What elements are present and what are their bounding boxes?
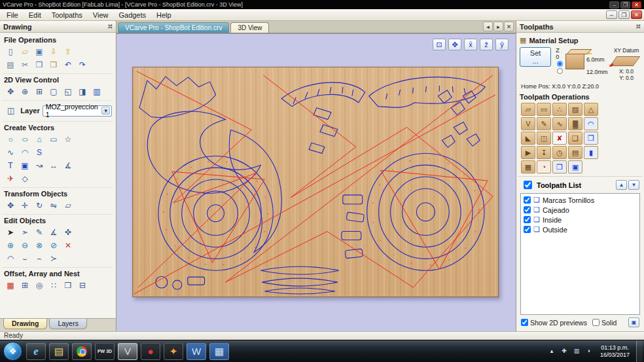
- zoom-selected-icon[interactable]: ◱: [62, 86, 75, 98]
- join-vectors-icon[interactable]: ⌢: [33, 253, 46, 264]
- save-toolpath-icon[interactable]: ↧: [537, 146, 551, 159]
- inlay-toolpath-icon[interactable]: ◫: [537, 132, 551, 145]
- snap-icon[interactable]: ✜: [62, 226, 75, 238]
- delete-vectors-icon[interactable]: ✕: [62, 240, 75, 251]
- draw-polyline-icon[interactable]: ∿: [4, 147, 17, 158]
- toolpath-list[interactable]: ❏Marcas Tornillos❏Cajeado❏Inside❏Outside: [520, 193, 640, 315]
- array-copy-icon[interactable]: ⊞: [18, 280, 31, 291]
- material-setup-icon[interactable]: ▦: [521, 160, 535, 173]
- tab-document[interactable]: VCarve Pro - ShopBot Edition.crv: [118, 22, 229, 33]
- copy-icon[interactable]: ❐: [33, 59, 46, 71]
- solid-option[interactable]: Solid: [592, 319, 617, 327]
- moulding-toolpath-icon[interactable]: ◣: [521, 132, 535, 145]
- previous-view-icon[interactable]: ◨: [76, 86, 89, 98]
- pin-icon[interactable]: ✜: [105, 22, 115, 31]
- move-toolpath-up-button[interactable]: ▲: [616, 180, 627, 190]
- tab-drawing[interactable]: Drawing: [3, 319, 47, 329]
- tab-3d-view[interactable]: 3D View: [230, 22, 269, 33]
- menu-file[interactable]: File: [1, 10, 24, 20]
- angle-dimension-icon[interactable]: ∡: [62, 160, 75, 172]
- tab-scroll-left-icon[interactable]: ◂: [483, 22, 493, 31]
- tab-close-icon[interactable]: ✕: [504, 22, 514, 31]
- open-file-icon[interactable]: ▱: [18, 46, 31, 58]
- vector-boolean-icon[interactable]: ◇: [18, 173, 31, 185]
- engrave-toolpath-icon[interactable]: ✎: [537, 117, 551, 130]
- internet-explorer-icon[interactable]: e: [26, 343, 46, 360]
- distort-icon[interactable]: ▱: [62, 200, 75, 211]
- drilling-toolpath-icon[interactable]: ∴: [552, 103, 567, 116]
- text-box-icon[interactable]: ▣: [18, 160, 31, 172]
- toggle-2d3d-icon[interactable]: ▥: [90, 86, 103, 98]
- copy-toolpath-icon[interactable]: ❐: [552, 160, 567, 173]
- shopbot-app-icon[interactable]: ●: [141, 343, 160, 360]
- show-2d-previews-checkbox[interactable]: [521, 319, 528, 326]
- toolpath-item[interactable]: ❏Inside: [522, 215, 638, 225]
- menu-toolpaths[interactable]: Toolpaths: [46, 10, 88, 20]
- trim-vectors-icon[interactable]: ⊘: [47, 240, 60, 251]
- tab-layers[interactable]: Layers: [49, 319, 87, 329]
- view-z-axis-icon[interactable]: ẑ: [480, 39, 493, 50]
- pan-view-icon[interactable]: ✥: [448, 39, 461, 50]
- zoom-extents-icon[interactable]: ▢: [47, 86, 60, 98]
- machining-time-icon[interactable]: ◔: [537, 160, 551, 173]
- tab-scroll-right-icon[interactable]: ▸: [493, 22, 503, 31]
- show-2d-previews-option[interactable]: Show 2D previews: [521, 319, 587, 327]
- app-icon-blue[interactable]: ▦: [209, 343, 229, 360]
- mdi-restore-button[interactable]: ❐: [618, 10, 630, 19]
- profile-toolpath-icon[interactable]: ▱: [521, 103, 535, 116]
- word-app-icon[interactable]: W: [187, 343, 206, 360]
- toolpath-item[interactable]: ❏Outside: [522, 225, 638, 234]
- pocket-toolpath-icon[interactable]: ▭: [537, 103, 551, 116]
- delete-toolpath-icon[interactable]: ✘: [552, 132, 567, 145]
- mdi-close-button[interactable]: ✕: [631, 10, 642, 19]
- volume-icon[interactable]: ◗: [584, 346, 594, 357]
- toolpath-item[interactable]: ❏Marcas Tornillos: [522, 195, 638, 205]
- set-position-icon[interactable]: ✛: [18, 200, 31, 211]
- toolpath-drawing-icon[interactable]: ▣: [568, 160, 582, 173]
- menu-help[interactable]: Help: [151, 10, 177, 20]
- z-zero-top-radio[interactable]: [557, 61, 563, 67]
- new-file-icon[interactable]: ▯: [4, 46, 17, 58]
- window-maximize-button[interactable]: ❐: [620, 1, 630, 9]
- redo-icon[interactable]: ↷: [76, 59, 89, 71]
- toolpath-list-checkbox[interactable]: [524, 181, 532, 189]
- draw-text-icon[interactable]: T: [4, 160, 17, 172]
- fluting-toolpath-icon[interactable]: ∿: [552, 117, 567, 130]
- move-toolpath-down-button[interactable]: ▼: [628, 180, 639, 190]
- prism-carve-icon[interactable]: ◠: [584, 117, 598, 130]
- chrome-icon[interactable]: [72, 343, 92, 360]
- pw3d-app-icon[interactable]: PW 3D: [95, 343, 115, 360]
- z-zero-bottom-radio[interactable]: [557, 68, 563, 74]
- copy-along-vector-icon[interactable]: ∷: [47, 280, 60, 291]
- pin-icon[interactable]: ✜: [634, 22, 643, 31]
- toolpath-tiling-icon[interactable]: ▮: [584, 146, 598, 159]
- draw-rectangle-icon[interactable]: ▭: [47, 134, 60, 145]
- rotate-icon[interactable]: ↻: [33, 200, 46, 211]
- mdi-minimize-button[interactable]: –: [606, 10, 617, 19]
- undo-icon[interactable]: ↶: [62, 59, 75, 71]
- solid-checkbox[interactable]: [592, 319, 599, 326]
- draw-polygon-icon[interactable]: ⌂: [33, 134, 46, 145]
- zoom-icon[interactable]: ⊕: [18, 86, 31, 98]
- window-close-button[interactable]: ✕: [632, 1, 641, 9]
- hidden-icons-icon[interactable]: ▴: [546, 346, 557, 357]
- fit-to-view-icon[interactable]: ⊡: [433, 39, 446, 50]
- import-vectors-icon[interactable]: ⇩: [47, 46, 60, 58]
- text-on-curve-icon[interactable]: ↝: [33, 160, 46, 172]
- insert-clipart-icon[interactable]: ✈: [4, 173, 17, 185]
- vcarve-toolpath-icon[interactable]: V: [521, 117, 535, 130]
- print-icon[interactable]: ▤: [4, 59, 17, 71]
- view-y-axis-icon[interactable]: ŷ: [495, 39, 509, 50]
- pan-icon[interactable]: ✥: [4, 86, 17, 98]
- partworks-app-icon[interactable]: ✦: [164, 343, 183, 360]
- dimension-icon[interactable]: ↔: [47, 160, 60, 172]
- show-desktop-button[interactable]: [636, 340, 643, 362]
- window-minimize-button[interactable]: –: [609, 1, 619, 9]
- start-button[interactable]: ❖: [3, 342, 22, 361]
- draw-star-icon[interactable]: ☆: [62, 134, 75, 145]
- select-icon[interactable]: ➤: [4, 226, 17, 238]
- merge-toolpaths-icon[interactable]: ❒: [584, 132, 598, 145]
- paste-icon[interactable]: ❒: [47, 59, 60, 71]
- move-selection-icon[interactable]: ✥: [4, 200, 17, 211]
- texture-toolpath-icon[interactable]: ▓: [568, 117, 582, 130]
